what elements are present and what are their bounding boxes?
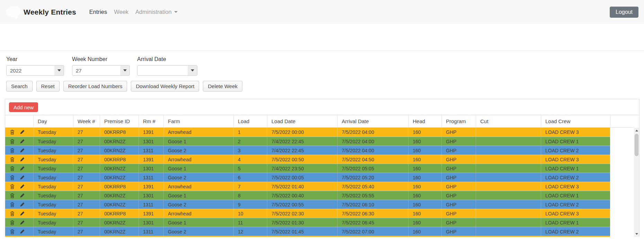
pencil-icon[interactable] <box>20 229 25 234</box>
cell-program: GHP <box>441 146 476 155</box>
row-actions-cell <box>5 155 33 164</box>
pencil-icon[interactable] <box>20 129 25 135</box>
column-header-farm: Farm <box>163 115 233 127</box>
cell-arrival-date: 7/5/2022 06:45 <box>337 218 408 227</box>
cell-rm: 1391 <box>138 182 163 191</box>
cell-program: GHP <box>441 200 476 209</box>
year-dropdown[interactable]: 2022 <box>6 65 64 76</box>
pencil-icon[interactable] <box>20 202 25 207</box>
pencil-icon[interactable] <box>20 220 25 225</box>
edit-row-button <box>20 220 25 225</box>
cell-load-crew: LOAD CREW 1 <box>541 137 610 146</box>
scrollbar-thumb[interactable] <box>635 134 638 156</box>
cell-head: 160 <box>408 200 441 209</box>
cell-day: Tuesday <box>33 200 73 209</box>
cell-load-date: 7/4/2022 22:45 <box>267 146 337 155</box>
cell-arrival-date: 7/5/2022 04:00 <box>337 137 408 146</box>
table-row[interactable]: Tuesday2700KRRP81391Arrowhead107/5/2022 … <box>5 209 610 218</box>
table-row[interactable]: Tuesday2700KRN2Z1311Goose 2127/5/2022 01… <box>5 227 610 236</box>
cell-head: 160 <box>408 137 441 146</box>
trash-icon[interactable] <box>10 139 15 144</box>
cell-rm: 1391 <box>138 155 163 164</box>
table-row[interactable]: Tuesday2700KRN2Z1311Goose 267/5/2022 00:… <box>5 173 610 182</box>
scroll-down-arrow-icon[interactable] <box>634 231 639 237</box>
nav-week[interactable]: Week <box>114 9 128 15</box>
pencil-icon[interactable] <box>20 139 25 144</box>
reorder-load-numbers-button[interactable]: Reorder Load Numbers <box>63 81 127 92</box>
pencil-icon[interactable] <box>20 184 25 189</box>
pencil-icon[interactable] <box>20 193 25 198</box>
vertical-scrollbar[interactable] <box>634 128 639 237</box>
cell-farm: Arrowhead <box>163 209 233 218</box>
cell-premise-id: 00KRN2Z <box>100 164 138 173</box>
pencil-icon[interactable] <box>20 148 25 153</box>
scroll-up-arrow-icon[interactable] <box>634 128 639 134</box>
cell-load-crew: LOAD CREW 2 <box>541 227 610 236</box>
arrival-date-dropdown-button[interactable] <box>188 66 197 75</box>
cell-program: GHP <box>441 137 476 146</box>
cell-head <box>408 236 441 237</box>
cell-load-date: 7/5/2022 00:50 <box>267 155 337 164</box>
edit-row-button <box>20 193 25 198</box>
pencil-icon[interactable] <box>20 175 25 180</box>
pencil-icon[interactable] <box>20 211 25 216</box>
trash-icon[interactable] <box>10 184 15 189</box>
week-number-dropdown-button[interactable] <box>120 66 129 75</box>
cell-load-crew: LOAD CREW 2 <box>541 200 610 209</box>
search-button[interactable]: Search <box>6 81 33 92</box>
filter-year: Year 2022 <box>6 56 64 76</box>
download-weekly-report-button[interactable]: Download Weekly Report <box>131 81 199 92</box>
trash-icon[interactable] <box>10 129 15 135</box>
cell-load: 11 <box>233 218 267 227</box>
cell-cut <box>476 155 541 164</box>
week-number-label: Week Number <box>72 56 130 62</box>
trash-icon[interactable] <box>10 175 15 180</box>
trash-icon[interactable] <box>10 202 15 207</box>
cell-rm: 1311 <box>138 173 163 182</box>
year-dropdown-button[interactable] <box>54 66 64 75</box>
trash-icon[interactable] <box>10 166 15 171</box>
trash-icon[interactable] <box>10 229 15 234</box>
cell-rm: 1311 <box>138 146 163 155</box>
table-row[interactable]: Tuesday2700KRRP81391Arrowhead47/5/2022 0… <box>5 155 610 164</box>
table-row[interactable] <box>5 236 610 237</box>
table-row[interactable]: Tuesday2700KRN2Z1311Goose 237/4/2022 22:… <box>5 146 610 155</box>
add-new-button[interactable]: Add new <box>9 102 38 112</box>
logout-button[interactable]: Logout <box>610 7 638 18</box>
trash-icon[interactable] <box>10 220 15 225</box>
table-row[interactable]: Tuesday2700KRN2Z1301Goose 1117/5/2022 01… <box>5 218 610 227</box>
trash-icon[interactable] <box>10 211 15 216</box>
cell-arrival-date: 7/5/2022 05:55 <box>337 191 408 200</box>
trash-icon[interactable] <box>10 157 15 162</box>
cell-arrival-date: 7/5/2022 05:40 <box>337 182 408 191</box>
cell-day: Tuesday <box>33 137 73 146</box>
cell-program: GHP <box>441 155 476 164</box>
table-row[interactable]: Tuesday2700KRN2Z1311Goose 297/5/2022 00:… <box>5 200 610 209</box>
trash-icon[interactable] <box>10 193 15 198</box>
cell-head: 160 <box>408 164 441 173</box>
cell-farm: Goose 1 <box>163 218 233 227</box>
table-row[interactable]: Tuesday2700KRN2Z1301Goose 157/4/2022 23:… <box>5 164 610 173</box>
pencil-icon[interactable] <box>20 166 25 171</box>
pencil-icon[interactable] <box>20 157 25 162</box>
row-actions-cell <box>5 191 33 200</box>
nav-entries[interactable]: Entries <box>89 9 107 15</box>
table-row[interactable]: Tuesday2700KRRP81391Arrowhead77/5/2022 0… <box>5 182 610 191</box>
trash-icon[interactable] <box>10 148 15 153</box>
table-row[interactable]: Tuesday2700KRN2Z1301Goose 127/4/2022 22:… <box>5 137 610 146</box>
cell-load-date: 7/5/2022 01:30 <box>267 218 337 227</box>
nav-administration[interactable]: Administration <box>135 9 178 15</box>
table-row[interactable]: Tuesday2700KRN2Z1301Goose 187/5/2022 00:… <box>5 191 610 200</box>
delete-week-button[interactable]: Delete Week <box>203 81 242 92</box>
reset-button[interactable]: Reset <box>36 81 60 92</box>
weekly-entries-grid: Add new DayWeek #Premise IDRm #FarmLoadL… <box>5 99 639 237</box>
arrival-date-dropdown[interactable] <box>137 65 197 76</box>
column-header-week: Week # <box>73 115 100 127</box>
table-row[interactable]: Tuesday2700KRRP81391Arrowhead17/5/2022 0… <box>5 128 610 137</box>
cell-premise-id <box>100 236 138 237</box>
cell-arrival-date: 7/5/2022 06:30 <box>337 209 408 218</box>
cell-program: GHP <box>441 182 476 191</box>
week-number-dropdown[interactable]: 27 <box>72 65 130 76</box>
grid-toolbar: Add new <box>5 99 639 115</box>
cell-cut <box>476 218 541 227</box>
